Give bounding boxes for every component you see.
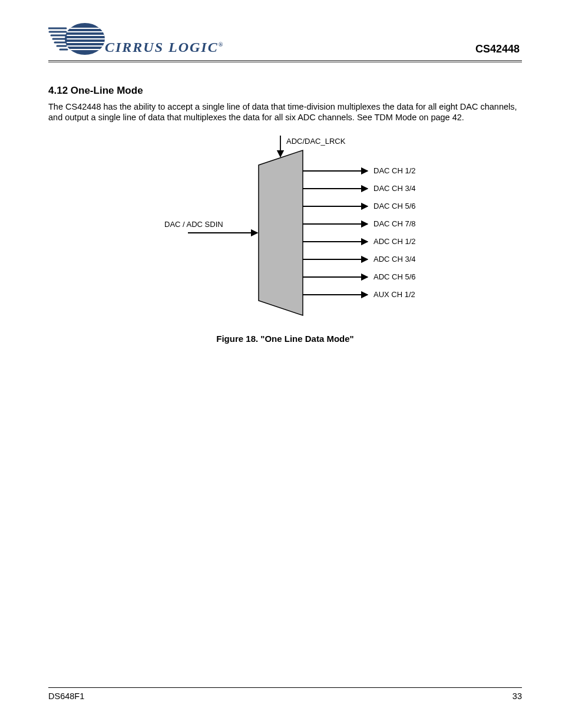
footer-page-number: 33 [513,691,522,701]
left-label: DAC / ADC SDIN [164,220,223,229]
section-paragraph: The CS42448 has the ability to accept a … [48,101,522,123]
logo-text-label: CIRRUS LOGIC [105,39,219,55]
figure-caption: Figure 18. "One Line Data Mode" [48,334,522,344]
top-label: ADC/DAC_LRCK [286,137,346,146]
output-label: ADC CH 5/6 [373,272,416,281]
footer: DS648F1 33 [48,687,522,701]
output-arrows [303,171,368,295]
logo-globe-icon [48,21,107,57]
output-label: DAC CH 5/6 [373,202,416,210]
footer-rule [48,687,522,688]
output-label: AUX CH 1/2 [373,290,415,299]
header: CIRRUS LOGIC® CS42448 [48,21,522,57]
brand-logo: CIRRUS LOGIC® [48,21,224,57]
demux-body [259,150,303,315]
demux-diagram: ADC/DAC_LRCK DAC / ADC SDIN DAC CH 1/2 D… [132,136,438,330]
logo-text: CIRRUS LOGIC® [105,39,224,57]
section-heading: 4.12 One-Line Mode [48,85,522,97]
footer-left: DS648F1 [48,691,84,701]
doc-id: CS42448 [475,43,522,57]
output-label: ADC CH 3/4 [373,255,416,263]
registered-icon: ® [219,41,224,48]
page: CIRRUS LOGIC® CS42448 4.12 One-Line Mode… [0,0,562,728]
figure: ADC/DAC_LRCK DAC / ADC SDIN DAC CH 1/2 D… [48,136,522,336]
output-label: DAC CH 1/2 [373,166,416,175]
output-label: DAC CH 3/4 [373,184,416,193]
output-label: DAC CH 7/8 [373,219,416,228]
output-label: ADC CH 1/2 [373,237,416,246]
header-rule [48,60,522,62]
